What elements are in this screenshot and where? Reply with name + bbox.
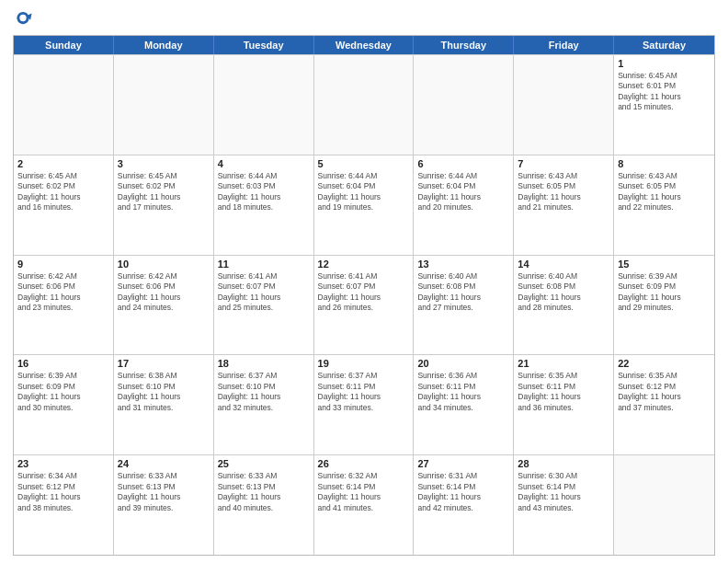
day-info: Sunrise: 6:44 AM Sunset: 6:04 PM Dayligh… [417,171,509,213]
day-info: Sunrise: 6:36 AM Sunset: 6:11 PM Dayligh… [417,371,509,413]
logo [13,9,37,29]
calendar-day-cell: 20Sunrise: 6:36 AM Sunset: 6:11 PM Dayli… [414,355,514,454]
day-info: Sunrise: 6:42 AM Sunset: 6:06 PM Dayligh… [17,271,109,314]
weekday-header: Wednesday [314,36,415,54]
day-number: 27 [417,458,509,469]
calendar-day-cell: 5Sunrise: 6:44 AM Sunset: 6:04 PM Daylig… [314,155,415,255]
calendar-body: 1Sunrise: 6:45 AM Sunset: 6:01 PM Daylig… [14,54,714,555]
day-number: 23 [17,458,109,469]
day-info: Sunrise: 6:32 AM Sunset: 6:14 PM Dayligh… [318,471,410,513]
calendar-day-cell: 7Sunrise: 6:43 AM Sunset: 6:05 PM Daylig… [514,155,614,255]
weekday-header: Tuesday [214,36,314,54]
calendar-day-cell: 14Sunrise: 6:40 AM Sunset: 6:08 PM Dayli… [514,256,614,355]
calendar-day-cell [314,55,415,155]
day-info: Sunrise: 6:40 AM Sunset: 6:08 PM Dayligh… [518,271,609,314]
page-container: SundayMondayTuesdayWednesdayThursdayFrid… [0,0,728,563]
day-number: 20 [417,358,509,369]
day-number: 3 [118,158,210,169]
day-number: 12 [318,259,410,270]
day-info: Sunrise: 6:33 AM Sunset: 6:13 PM Dayligh… [218,471,310,513]
calendar-day-cell: 25Sunrise: 6:33 AM Sunset: 6:13 PM Dayli… [214,455,314,555]
calendar-day-cell: 12Sunrise: 6:41 AM Sunset: 6:07 PM Dayli… [314,256,415,355]
day-number: 14 [518,259,609,270]
calendar-day-cell: 13Sunrise: 6:40 AM Sunset: 6:08 PM Dayli… [414,256,514,355]
day-number: 22 [618,358,711,369]
calendar-week-row: 16Sunrise: 6:39 AM Sunset: 6:09 PM Dayli… [14,354,714,454]
calendar-day-cell: 10Sunrise: 6:42 AM Sunset: 6:06 PM Dayli… [114,256,214,355]
day-number: 6 [417,158,509,169]
calendar-day-cell: 24Sunrise: 6:33 AM Sunset: 6:13 PM Dayli… [114,455,214,555]
calendar-week-row: 9Sunrise: 6:42 AM Sunset: 6:06 PM Daylig… [14,255,714,355]
day-info: Sunrise: 6:45 AM Sunset: 6:02 PM Dayligh… [17,171,109,213]
weekday-header: Monday [114,36,214,54]
weekday-header: Saturday [614,36,714,54]
day-number: 4 [218,158,310,169]
day-info: Sunrise: 6:34 AM Sunset: 6:12 PM Dayligh… [17,471,109,513]
calendar-day-cell: 9Sunrise: 6:42 AM Sunset: 6:06 PM Daylig… [14,256,114,355]
day-number: 11 [218,259,310,270]
calendar-week-row: 1Sunrise: 6:45 AM Sunset: 6:01 PM Daylig… [14,54,714,155]
day-number: 18 [218,358,310,369]
day-number: 5 [318,158,410,169]
calendar-day-cell: 15Sunrise: 6:39 AM Sunset: 6:09 PM Dayli… [614,256,714,355]
day-number: 16 [17,358,109,369]
calendar-day-cell: 11Sunrise: 6:41 AM Sunset: 6:07 PM Dayli… [214,256,314,355]
calendar-day-cell: 23Sunrise: 6:34 AM Sunset: 6:12 PM Dayli… [14,455,114,555]
day-number: 25 [218,458,310,469]
day-number: 26 [318,458,410,469]
calendar-day-cell: 26Sunrise: 6:32 AM Sunset: 6:14 PM Dayli… [314,455,415,555]
day-info: Sunrise: 6:41 AM Sunset: 6:07 PM Dayligh… [318,271,410,314]
day-info: Sunrise: 6:33 AM Sunset: 6:13 PM Dayligh… [118,471,210,513]
day-number: 1 [618,58,711,69]
svg-point-0 [19,15,26,21]
day-number: 28 [518,458,609,469]
weekday-header: Sunday [14,36,114,54]
calendar-day-cell: 16Sunrise: 6:39 AM Sunset: 6:09 PM Dayli… [14,355,114,454]
calendar-day-cell: 27Sunrise: 6:31 AM Sunset: 6:14 PM Dayli… [414,455,514,555]
day-number: 2 [17,158,109,169]
day-info: Sunrise: 6:43 AM Sunset: 6:05 PM Dayligh… [618,171,711,213]
calendar-day-cell [214,55,314,155]
calendar-week-row: 23Sunrise: 6:34 AM Sunset: 6:12 PM Dayli… [14,454,714,555]
calendar-day-cell [114,55,214,155]
calendar-day-cell: 4Sunrise: 6:44 AM Sunset: 6:03 PM Daylig… [214,155,314,255]
day-info: Sunrise: 6:43 AM Sunset: 6:05 PM Dayligh… [518,171,609,213]
day-info: Sunrise: 6:31 AM Sunset: 6:14 PM Dayligh… [417,471,509,513]
day-number: 21 [518,358,609,369]
day-info: Sunrise: 6:39 AM Sunset: 6:09 PM Dayligh… [618,271,711,314]
weekday-header: Thursday [414,36,514,54]
calendar-day-cell: 28Sunrise: 6:30 AM Sunset: 6:14 PM Dayli… [514,455,614,555]
day-info: Sunrise: 6:37 AM Sunset: 6:11 PM Dayligh… [318,371,410,413]
calendar-day-cell [614,455,714,555]
day-info: Sunrise: 6:35 AM Sunset: 6:12 PM Dayligh… [618,371,711,413]
calendar-day-cell: 18Sunrise: 6:37 AM Sunset: 6:10 PM Dayli… [214,355,314,454]
day-info: Sunrise: 6:45 AM Sunset: 6:02 PM Dayligh… [118,171,210,213]
header [13,9,715,29]
day-info: Sunrise: 6:44 AM Sunset: 6:04 PM Dayligh… [318,171,410,213]
day-info: Sunrise: 6:42 AM Sunset: 6:06 PM Dayligh… [118,271,210,314]
day-info: Sunrise: 6:38 AM Sunset: 6:10 PM Dayligh… [118,371,210,413]
calendar-day-cell: 3Sunrise: 6:45 AM Sunset: 6:02 PM Daylig… [114,155,214,255]
day-number: 10 [118,259,210,270]
day-number: 8 [618,158,711,169]
day-number: 9 [17,259,109,270]
day-info: Sunrise: 6:45 AM Sunset: 6:01 PM Dayligh… [618,71,711,113]
day-number: 7 [518,158,609,169]
calendar-day-cell [414,55,514,155]
calendar-day-cell: 1Sunrise: 6:45 AM Sunset: 6:01 PM Daylig… [614,55,714,155]
calendar-header: SundayMondayTuesdayWednesdayThursdayFrid… [14,36,714,54]
calendar-day-cell: 2Sunrise: 6:45 AM Sunset: 6:02 PM Daylig… [14,155,114,255]
day-number: 19 [318,358,410,369]
calendar-day-cell: 22Sunrise: 6:35 AM Sunset: 6:12 PM Dayli… [614,355,714,454]
day-number: 13 [417,259,509,270]
day-number: 24 [118,458,210,469]
calendar-day-cell [514,55,614,155]
calendar: SundayMondayTuesdayWednesdayThursdayFrid… [13,35,715,556]
day-info: Sunrise: 6:35 AM Sunset: 6:11 PM Dayligh… [518,371,609,413]
calendar-day-cell: 21Sunrise: 6:35 AM Sunset: 6:11 PM Dayli… [514,355,614,454]
day-info: Sunrise: 6:41 AM Sunset: 6:07 PM Dayligh… [218,271,310,314]
calendar-day-cell: 6Sunrise: 6:44 AM Sunset: 6:04 PM Daylig… [414,155,514,255]
weekday-header: Friday [514,36,614,54]
calendar-day-cell: 17Sunrise: 6:38 AM Sunset: 6:10 PM Dayli… [114,355,214,454]
day-info: Sunrise: 6:37 AM Sunset: 6:10 PM Dayligh… [218,371,310,413]
